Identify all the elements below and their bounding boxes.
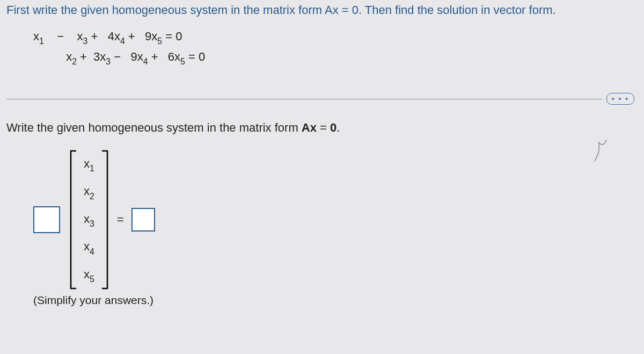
right-bracket-icon (100, 150, 109, 290)
simplify-note: (Simplify your answers.) (33, 294, 638, 307)
vector-entry-x4: x4 (84, 240, 94, 255)
system-equations: x1 − x3 + 4x4 + 9x5 = 0 x2 + 3x3 − 9x4 +… (33, 27, 638, 67)
equals-sign: = (117, 213, 124, 227)
rhs-input[interactable] (131, 208, 155, 232)
left-bracket-icon (69, 150, 78, 290)
vector-entry-x1: x1 (84, 157, 94, 172)
more-options-button[interactable]: • • • (606, 93, 634, 105)
main-instruction: First write the given homogeneous system… (6, 3, 638, 17)
sub-instruction: Write the given homogeneous system in th… (6, 121, 638, 135)
equation-2: x2 + 3x3 − 9x4 + 6x5 = 0 (33, 47, 638, 68)
matrix-equation: x1 x2 x3 x4 x5 = (33, 150, 638, 290)
vector-entry-x2: x2 (84, 184, 94, 200)
x-vector: x1 x2 x3 x4 x5 (69, 150, 109, 290)
equation-1: x1 − x3 + 4x4 + 9x5 = 0 (33, 27, 638, 47)
vector-entry-x5: x5 (84, 268, 94, 283)
divider-line (6, 99, 602, 99)
vector-entry-x3: x3 (84, 212, 94, 228)
matrix-a-input[interactable] (33, 206, 60, 233)
